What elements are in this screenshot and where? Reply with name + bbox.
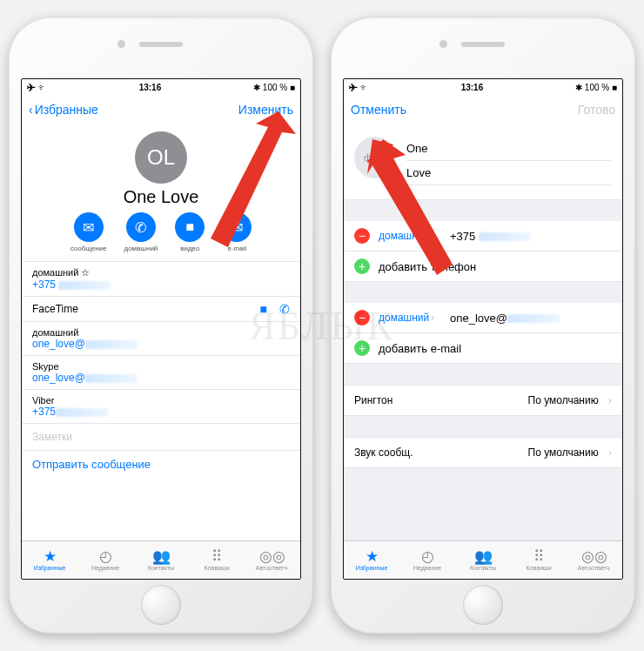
back-button[interactable]: ‹ Избранные [29,103,98,117]
edit-button[interactable]: Изменить [238,103,293,117]
tab-label: Контакты [470,565,496,571]
field-skype[interactable]: Skype one_love@ [22,355,300,389]
contact-content: OL One Love ✉ сообщение ✆ домашний ■ вид… [22,124,300,540]
field-facetime[interactable]: FaceTime ■✆ [22,296,300,321]
field-phone[interactable]: домашний ☆ +375 [22,261,300,296]
edit-header: фото One Love [344,124,622,200]
tab-favorites[interactable]: ★Избранные [22,541,77,579]
first-name-field[interactable]: One [406,137,612,161]
add-photo-button[interactable]: фото [354,137,396,178]
notes[interactable]: Заметки [22,423,300,450]
status-right: ✱ 100 % ■ [575,83,617,92]
phone-type: домашний › [379,230,441,242]
avatar[interactable]: OL [135,131,187,184]
setting-value: По умолчанию [528,394,599,406]
people-icon: 👥 [152,549,171,564]
tab-recents[interactable]: ◴Недавние [399,541,455,579]
spacer [344,200,622,221]
tab-label: Избранные [356,565,388,571]
tab-label: Недавние [91,565,119,571]
redacted [479,232,531,241]
action-call[interactable]: ✆ домашний [124,212,158,252]
action-message[interactable]: ✉ сообщение [70,212,107,252]
redacted [507,314,560,323]
field-viber[interactable]: Viber +375 [22,389,300,423]
clock-icon: ◴ [99,549,112,564]
status-left: ✈ ᯤ [27,83,47,92]
status-time: 13:16 [461,83,484,92]
tab-voicemail[interactable]: ◎◎Автоответч. [245,541,300,579]
status-bar: ✈ ᯤ 13:16 ✱ 100 % ■ [344,79,622,95]
phone-value: +375 [450,230,531,243]
tab-keypad[interactable]: ⠿Клавиши [511,541,567,579]
tab-keypad[interactable]: ⠿Клавиши [189,541,245,579]
last-name-field[interactable]: Love [406,161,612,185]
front-camera [439,40,447,48]
tab-label: Избранные [34,565,66,571]
action-email[interactable]: ✉ e-mail [222,212,252,252]
action-label: сообщение [70,245,107,252]
message-icon: ✉ [74,212,104,242]
nav-bar: Отменить Готово [344,95,622,124]
tab-label: Автоответч. [578,565,611,571]
spacer [344,416,622,437]
action-label: e-mail [227,245,246,252]
done-button[interactable]: Готово [578,103,615,117]
screen-contact-edit: ✈ ᯤ 13:16 ✱ 100 % ■ Отменить Готово фото… [343,78,623,580]
keypad-icon: ⠿ [533,549,544,564]
voicemail-icon: ◎◎ [581,549,607,564]
field-label: Viber [32,395,290,406]
remove-icon[interactable]: − [354,228,370,244]
ringtone-row[interactable]: Рингтон По умолчанию › [344,385,622,416]
name-fields: One Love [406,137,612,196]
chevron-right-icon: › [606,446,612,459]
add-phone-row[interactable]: + добавить телефон [344,252,622,282]
voicemail-icon: ◎◎ [259,549,285,564]
cancel-button[interactable]: Отменить [351,103,406,117]
action-video[interactable]: ■ видео [175,212,205,252]
nav-bar: ‹ Избранные Изменить [22,95,300,124]
people-icon: 👥 [474,549,493,564]
tab-label: Клавиши [526,565,551,571]
field-label: домашний ☆ [32,267,290,279]
tab-label: Недавние [413,565,441,571]
tab-contacts[interactable]: 👥Контакты [455,541,511,579]
chevron-right-icon: › [431,312,434,324]
tab-favorites[interactable]: ★Избранные [344,541,399,579]
tab-contacts[interactable]: 👥Контакты [133,541,189,579]
redacted [58,281,111,290]
tab-voicemail[interactable]: ◎◎Автоответч. [567,541,622,579]
home-button[interactable] [463,585,503,625]
spacer [344,282,622,303]
field-label: домашний [32,327,290,338]
email-value: one_love@ [450,312,560,325]
texttone-row[interactable]: Звук сообщ. По умолчанию › [344,437,622,468]
action-label: видео [180,245,199,252]
tab-label: Контакты [148,565,174,571]
email-type: домашний › [379,312,441,324]
spacer [344,364,622,385]
email-row[interactable]: − домашний › one_love@ [344,303,622,333]
phone-row[interactable]: − домашний › +375 [344,221,622,252]
phone-icon: ✆ [126,212,156,242]
field-value: +375 [32,406,56,418]
tab-recents[interactable]: ◴Недавние [77,541,133,579]
setting-key: Рингтон [354,394,392,406]
video-icon[interactable]: ■ [260,302,267,316]
phone-icon[interactable]: ✆ [279,302,290,316]
facetime-icons: ■✆ [248,302,290,316]
home-button[interactable] [141,585,181,625]
iphone-right: ✈ ᯤ 13:16 ✱ 100 % ■ Отменить Готово фото… [331,17,635,634]
tab-label: Автоответч. [256,565,289,571]
field-email[interactable]: домашний one_love@ [22,321,300,355]
company-field[interactable] [406,185,612,196]
send-message[interactable]: Отправить сообщение [22,450,300,478]
field-value: +375 [32,279,56,291]
add-email-row[interactable]: + добавить e-mail [344,333,622,364]
screen-contact-view: ✈ ᯤ 13:16 ✱ 100 % ■ ‹ Избранные Изменить… [21,78,301,580]
remove-icon[interactable]: − [354,310,370,326]
setting-key: Звук сообщ. [354,446,413,459]
edit-content: фото One Love − домашний › +375 + добави… [344,124,622,540]
redacted [85,374,138,383]
add-email-label: добавить e-mail [379,342,461,355]
